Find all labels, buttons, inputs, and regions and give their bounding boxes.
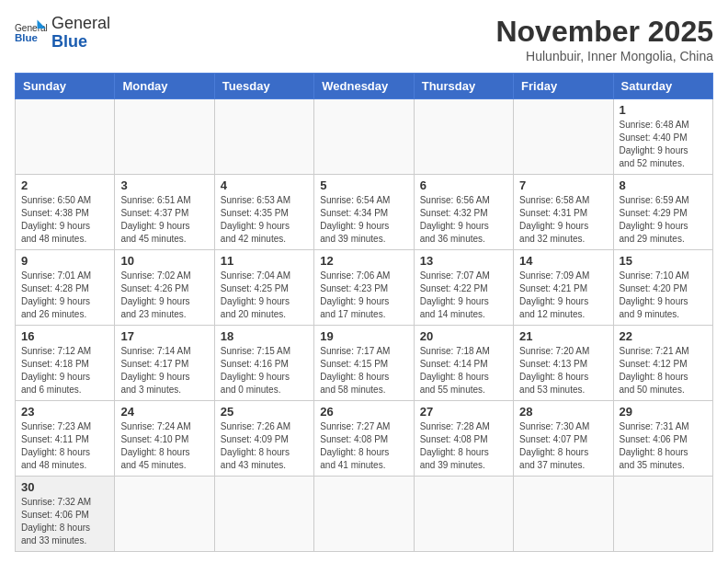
logo: General Blue General Blue bbox=[15, 15, 110, 52]
day-info: Sunrise: 6:59 AM Sunset: 4:29 PM Dayligh… bbox=[620, 194, 707, 246]
day-number: 30 bbox=[21, 480, 108, 494]
day-info: Sunrise: 7:04 AM Sunset: 4:25 PM Dayligh… bbox=[221, 270, 308, 321]
title-area: November 2025 Hulunbuir, Inner Mongolia,… bbox=[495, 15, 713, 63]
day-number: 9 bbox=[21, 254, 108, 268]
calendar-cell: 29Sunrise: 7:31 AM Sunset: 4:06 PM Dayli… bbox=[613, 401, 712, 477]
day-number: 14 bbox=[519, 254, 607, 268]
day-number: 10 bbox=[120, 254, 208, 268]
calendar-cell bbox=[214, 477, 313, 552]
day-info: Sunrise: 7:24 AM Sunset: 4:10 PM Dayligh… bbox=[120, 420, 208, 472]
calendar-cell bbox=[514, 477, 613, 552]
calendar-cell: 4Sunrise: 6:53 AM Sunset: 4:35 PM Daylig… bbox=[214, 175, 313, 250]
day-info: Sunrise: 7:20 AM Sunset: 4:13 PM Dayligh… bbox=[519, 345, 607, 396]
day-info: Sunrise: 6:50 AM Sunset: 4:38 PM Dayligh… bbox=[21, 194, 108, 246]
calendar-cell bbox=[314, 99, 414, 175]
calendar-cell: 11Sunrise: 7:04 AM Sunset: 4:25 PM Dayli… bbox=[214, 250, 313, 326]
calendar-cell: 24Sunrise: 7:24 AM Sunset: 4:10 PM Dayli… bbox=[115, 401, 214, 477]
calendar-cell: 14Sunrise: 7:09 AM Sunset: 4:21 PM Dayli… bbox=[514, 250, 613, 326]
calendar-cell: 22Sunrise: 7:21 AM Sunset: 4:12 PM Dayli… bbox=[613, 326, 712, 401]
weekday-header-tuesday: Tuesday bbox=[214, 74, 313, 99]
day-number: 16 bbox=[21, 329, 108, 343]
calendar-table: SundayMondayTuesdayWednesdayThursdayFrid… bbox=[15, 73, 713, 552]
calendar-week-row: 2Sunrise: 6:50 AM Sunset: 4:38 PM Daylig… bbox=[16, 175, 713, 250]
calendar-cell: 15Sunrise: 7:10 AM Sunset: 4:20 PM Dayli… bbox=[613, 250, 712, 326]
calendar-cell: 19Sunrise: 7:17 AM Sunset: 4:15 PM Dayli… bbox=[314, 326, 414, 401]
day-number: 1 bbox=[620, 103, 707, 117]
day-number: 5 bbox=[320, 178, 407, 192]
calendar-cell: 3Sunrise: 6:51 AM Sunset: 4:37 PM Daylig… bbox=[115, 175, 214, 250]
calendar-cell bbox=[115, 99, 214, 175]
day-info: Sunrise: 7:27 AM Sunset: 4:08 PM Dayligh… bbox=[320, 420, 407, 472]
day-info: Sunrise: 6:53 AM Sunset: 4:35 PM Dayligh… bbox=[221, 194, 308, 246]
calendar-week-row: 23Sunrise: 7:23 AM Sunset: 4:11 PM Dayli… bbox=[16, 401, 713, 477]
day-info: Sunrise: 6:58 AM Sunset: 4:31 PM Dayligh… bbox=[519, 194, 607, 246]
calendar-cell: 7Sunrise: 6:58 AM Sunset: 4:31 PM Daylig… bbox=[514, 175, 613, 250]
calendar-cell bbox=[16, 99, 115, 175]
day-info: Sunrise: 7:01 AM Sunset: 4:28 PM Dayligh… bbox=[21, 270, 108, 321]
calendar-cell: 17Sunrise: 7:14 AM Sunset: 4:17 PM Dayli… bbox=[115, 326, 214, 401]
day-info: Sunrise: 7:10 AM Sunset: 4:20 PM Dayligh… bbox=[620, 270, 707, 321]
day-info: Sunrise: 7:26 AM Sunset: 4:09 PM Dayligh… bbox=[221, 420, 308, 472]
calendar-cell: 16Sunrise: 7:12 AM Sunset: 4:18 PM Dayli… bbox=[16, 326, 115, 401]
location: Hulunbuir, Inner Mongolia, China bbox=[495, 49, 713, 63]
calendar-cell: 20Sunrise: 7:18 AM Sunset: 4:14 PM Dayli… bbox=[414, 326, 513, 401]
day-info: Sunrise: 6:54 AM Sunset: 4:34 PM Dayligh… bbox=[320, 194, 407, 246]
calendar-cell: 26Sunrise: 7:27 AM Sunset: 4:08 PM Dayli… bbox=[314, 401, 414, 477]
day-info: Sunrise: 7:31 AM Sunset: 4:06 PM Dayligh… bbox=[620, 420, 707, 472]
day-number: 27 bbox=[420, 405, 507, 419]
weekday-header-wednesday: Wednesday bbox=[314, 74, 414, 99]
weekday-header-thursday: Thursday bbox=[414, 74, 513, 99]
day-info: Sunrise: 6:51 AM Sunset: 4:37 PM Dayligh… bbox=[120, 194, 208, 246]
day-info: Sunrise: 7:07 AM Sunset: 4:22 PM Dayligh… bbox=[420, 270, 507, 321]
day-info: Sunrise: 7:06 AM Sunset: 4:23 PM Dayligh… bbox=[320, 270, 407, 321]
day-info: Sunrise: 6:56 AM Sunset: 4:32 PM Dayligh… bbox=[420, 194, 507, 246]
svg-text:Blue: Blue bbox=[15, 32, 39, 43]
page-header: General Blue General Blue November 2025 … bbox=[15, 15, 713, 63]
calendar-cell bbox=[115, 477, 214, 552]
calendar-cell bbox=[414, 99, 513, 175]
day-number: 21 bbox=[519, 329, 607, 343]
calendar-cell: 28Sunrise: 7:30 AM Sunset: 4:07 PM Dayli… bbox=[514, 401, 613, 477]
calendar-week-row: 9Sunrise: 7:01 AM Sunset: 4:28 PM Daylig… bbox=[16, 250, 713, 326]
calendar-cell: 13Sunrise: 7:07 AM Sunset: 4:22 PM Dayli… bbox=[414, 250, 513, 326]
day-number: 23 bbox=[21, 405, 108, 419]
day-number: 12 bbox=[320, 254, 407, 268]
day-number: 26 bbox=[320, 405, 407, 419]
day-number: 19 bbox=[320, 329, 407, 343]
day-number: 28 bbox=[519, 405, 607, 419]
day-number: 18 bbox=[221, 329, 308, 343]
calendar-cell: 23Sunrise: 7:23 AM Sunset: 4:11 PM Dayli… bbox=[16, 401, 115, 477]
weekday-header-monday: Monday bbox=[115, 74, 214, 99]
day-number: 4 bbox=[221, 178, 308, 192]
calendar-cell: 30Sunrise: 7:32 AM Sunset: 4:06 PM Dayli… bbox=[16, 477, 115, 552]
calendar-week-row: 16Sunrise: 7:12 AM Sunset: 4:18 PM Dayli… bbox=[16, 326, 713, 401]
calendar-cell: 25Sunrise: 7:26 AM Sunset: 4:09 PM Dayli… bbox=[214, 401, 313, 477]
day-info: Sunrise: 7:12 AM Sunset: 4:18 PM Dayligh… bbox=[21, 345, 108, 396]
calendar-cell: 1Sunrise: 6:48 AM Sunset: 4:40 PM Daylig… bbox=[613, 99, 712, 175]
day-number: 13 bbox=[420, 254, 507, 268]
day-info: Sunrise: 7:09 AM Sunset: 4:21 PM Dayligh… bbox=[519, 270, 607, 321]
day-number: 29 bbox=[620, 405, 707, 419]
day-number: 8 bbox=[620, 178, 707, 192]
day-info: Sunrise: 6:48 AM Sunset: 4:40 PM Dayligh… bbox=[620, 119, 707, 170]
logo-general: General bbox=[51, 15, 110, 33]
calendar-cell: 2Sunrise: 6:50 AM Sunset: 4:38 PM Daylig… bbox=[16, 175, 115, 250]
logo-icon: General Blue bbox=[15, 17, 48, 50]
day-number: 22 bbox=[620, 329, 707, 343]
logo-blue: Blue bbox=[51, 33, 110, 52]
day-number: 24 bbox=[120, 405, 208, 419]
day-number: 7 bbox=[519, 178, 607, 192]
day-number: 11 bbox=[221, 254, 308, 268]
day-number: 6 bbox=[420, 178, 507, 192]
calendar-cell: 9Sunrise: 7:01 AM Sunset: 4:28 PM Daylig… bbox=[16, 250, 115, 326]
calendar-cell bbox=[414, 477, 513, 552]
day-info: Sunrise: 7:18 AM Sunset: 4:14 PM Dayligh… bbox=[420, 345, 507, 396]
day-info: Sunrise: 7:23 AM Sunset: 4:11 PM Dayligh… bbox=[21, 420, 108, 472]
calendar-week-row: 1Sunrise: 6:48 AM Sunset: 4:40 PM Daylig… bbox=[16, 99, 713, 175]
day-number: 17 bbox=[120, 329, 208, 343]
calendar-week-row: 30Sunrise: 7:32 AM Sunset: 4:06 PM Dayli… bbox=[16, 477, 713, 552]
day-info: Sunrise: 7:21 AM Sunset: 4:12 PM Dayligh… bbox=[620, 345, 707, 396]
calendar-cell: 8Sunrise: 6:59 AM Sunset: 4:29 PM Daylig… bbox=[613, 175, 712, 250]
day-info: Sunrise: 7:15 AM Sunset: 4:16 PM Dayligh… bbox=[221, 345, 308, 396]
calendar-cell bbox=[314, 477, 414, 552]
